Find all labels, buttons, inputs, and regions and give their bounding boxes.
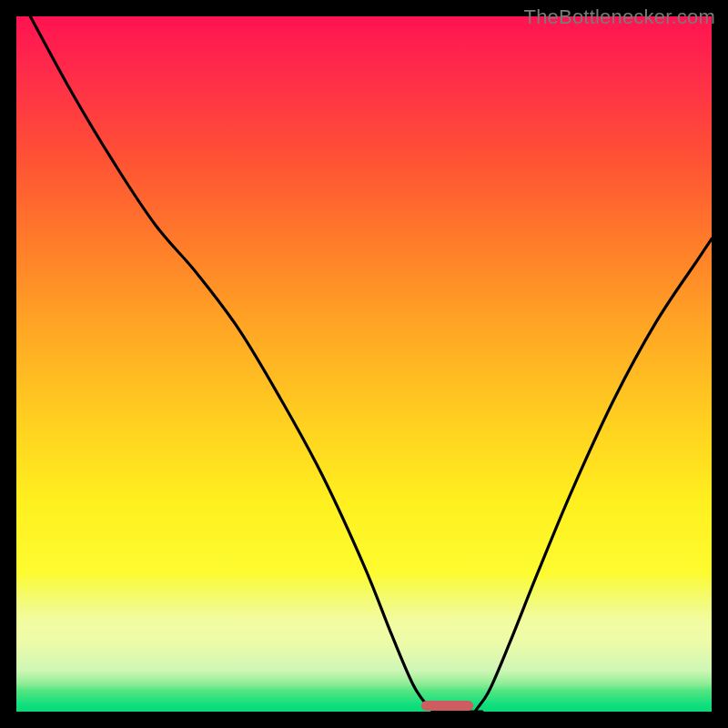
watermark-text: TheBottlenecker.com: [524, 5, 715, 29]
bottleneck-curve: [16, 16, 712, 712]
bottom-pill-marker: [421, 701, 473, 711]
curve-path: [30, 16, 712, 712]
plot-area: [16, 16, 712, 712]
chart-frame: TheBottlenecker.com: [0, 0, 728, 728]
